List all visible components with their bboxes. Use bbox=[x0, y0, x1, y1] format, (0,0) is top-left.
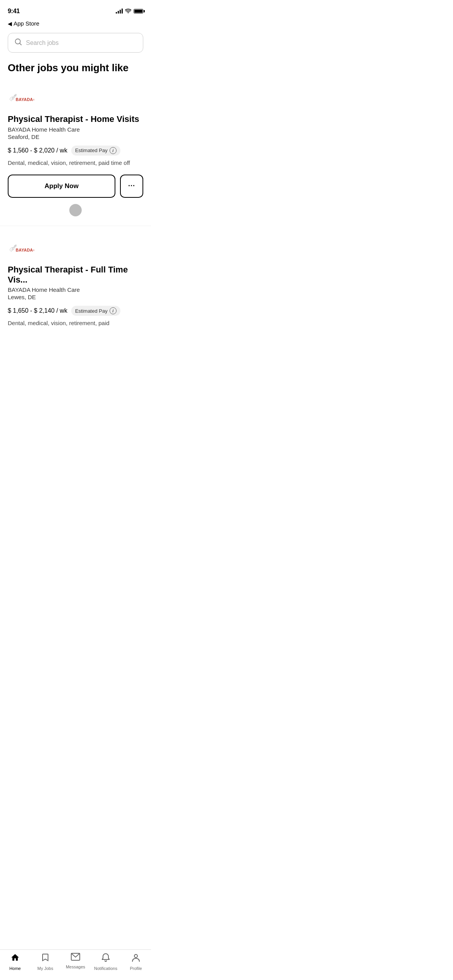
estimated-pay-label: Estimated Pay bbox=[75, 147, 108, 153]
job-card: BAYADA ® Physical Therapist - Full Time … bbox=[0, 232, 151, 327]
more-options-button[interactable]: ··· bbox=[120, 175, 143, 198]
job-actions: Apply Now ··· bbox=[8, 175, 143, 198]
search-container: Search jobs bbox=[0, 30, 151, 59]
pay-amount: $ 1,560 - $ 2,020 / wk bbox=[8, 147, 67, 154]
svg-text:®: ® bbox=[33, 249, 34, 251]
pagination-dot bbox=[69, 204, 82, 216]
pay-amount: $ 1,650 - $ 2,140 / wk bbox=[8, 307, 67, 314]
job-title: Physical Therapist - Home Visits bbox=[8, 114, 143, 124]
card-divider bbox=[0, 226, 151, 226]
job-benefits: Dental, medical, vision, retirement, pai… bbox=[8, 319, 143, 327]
back-arrow-icon: ◀ bbox=[8, 21, 12, 27]
company-name: BAYADA Home Health Care bbox=[8, 286, 143, 293]
status-bar: 9:41 bbox=[0, 0, 151, 17]
company-logo: BAYADA ® bbox=[8, 89, 143, 108]
battery-icon bbox=[134, 9, 143, 14]
svg-line-1 bbox=[20, 43, 22, 45]
pay-row: $ 1,560 - $ 2,020 / wk Estimated Pay i bbox=[8, 146, 143, 156]
search-bar[interactable]: Search jobs bbox=[8, 33, 143, 53]
job-location: Lewes, DE bbox=[8, 294, 143, 300]
estimated-pay-label: Estimated Pay bbox=[75, 308, 108, 314]
back-label: App Store bbox=[14, 20, 39, 27]
job-card: BAYADA ® Physical Therapist - Home Visit… bbox=[0, 82, 151, 216]
job-benefits: Dental, medical, vision, retirement, pai… bbox=[8, 159, 143, 167]
info-icon: i bbox=[110, 147, 117, 154]
nav-back[interactable]: ◀ App Store bbox=[0, 17, 151, 30]
job-title: Physical Therapist - Full Time Vis... bbox=[8, 265, 143, 285]
section-heading: Other jobs you might like bbox=[0, 59, 151, 82]
search-input[interactable]: Search jobs bbox=[26, 39, 59, 46]
company-logo: BAYADA ® bbox=[8, 240, 143, 259]
search-icon bbox=[14, 38, 22, 48]
signal-icon bbox=[116, 9, 123, 14]
status-time: 9:41 bbox=[8, 8, 20, 15]
bayada-logo: BAYADA ® bbox=[8, 89, 35, 108]
svg-text:BAYADA: BAYADA bbox=[15, 247, 33, 252]
svg-text:BAYADA: BAYADA bbox=[15, 97, 33, 102]
company-name: BAYADA Home Health Care bbox=[8, 126, 143, 133]
svg-text:®: ® bbox=[33, 99, 34, 101]
status-icons bbox=[116, 9, 143, 14]
bayada-logo: BAYADA ® bbox=[8, 240, 35, 259]
estimated-pay-badge[interactable]: Estimated Pay i bbox=[71, 146, 120, 156]
apply-now-button[interactable]: Apply Now bbox=[8, 175, 115, 198]
pay-row: $ 1,650 - $ 2,140 / wk Estimated Pay i bbox=[8, 306, 143, 316]
pagination-indicator bbox=[8, 204, 143, 216]
info-icon: i bbox=[110, 307, 117, 314]
estimated-pay-badge[interactable]: Estimated Pay i bbox=[71, 306, 120, 316]
wifi-icon bbox=[125, 9, 131, 14]
job-location: Seaford, DE bbox=[8, 134, 143, 140]
